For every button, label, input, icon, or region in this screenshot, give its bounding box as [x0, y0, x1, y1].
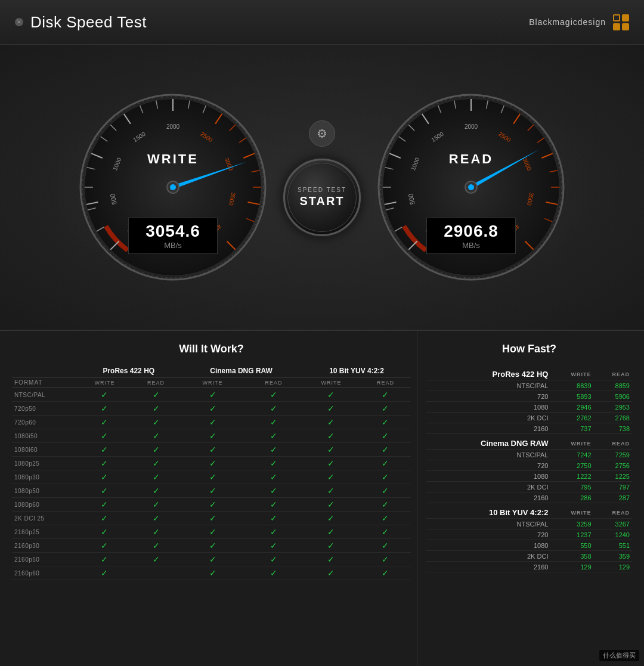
hf-write-header: WRITE [550, 365, 593, 380]
check-icon: ✓ [209, 472, 216, 482]
check-cell: ✓ [245, 484, 302, 498]
hf-read-val: 2756 [594, 460, 632, 471]
read-gauge-svg: 0 500 1000 1500 2000 2500 3000 3500 4000… [376, 92, 566, 283]
how-fast-title: How Fast? [426, 343, 632, 355]
hf-read-val: 1240 [594, 529, 632, 540]
hf-group-title-row: 10 Bit YUV 4:2:2 WRITE READ [426, 503, 632, 519]
format-cell: 1080p25 [12, 457, 78, 470]
check-cell: ✓ [78, 388, 132, 402]
check-icon: ✓ [101, 472, 108, 482]
hf-write-val: 737 [550, 423, 593, 434]
check-icon: ✓ [101, 527, 108, 537]
check-cell: ✓ [302, 402, 360, 416]
check-icon: ✓ [209, 431, 216, 441]
hf-data-row: NTSC/PAL 3259 3267 [426, 519, 632, 529]
svg-text:WRITE: WRITE [147, 151, 199, 166]
check-cell: ✓ [302, 539, 360, 553]
check-icon: ✓ [153, 500, 160, 509]
table-row: NTSC/PAL✓✓✓✓✓✓ [12, 388, 411, 402]
check-icon: ✓ [382, 472, 389, 482]
check-icon: ✓ [327, 555, 335, 564]
format-cell: 1080p60 [12, 498, 78, 512]
check-cell: ✓ [132, 553, 180, 566]
wiw-w2: WRITE [180, 377, 245, 388]
check-icon: ✓ [209, 568, 216, 578]
hf-read-val: 359 [594, 551, 632, 562]
check-icon: ✓ [327, 472, 335, 482]
check-cell: ✓ [302, 498, 360, 512]
check-cell: ✓ [245, 539, 302, 553]
hf-row-label: 1080 [426, 540, 550, 551]
hf-row-label: 2K DCI [426, 413, 550, 423]
table-row: 1080p30✓✓✓✓✓✓ [12, 470, 411, 484]
check-cell: ✓ [78, 525, 132, 539]
how-fast-table: ProRes 422 HQ WRITE READ NTSC/PAL 8839 8… [426, 365, 632, 572]
hf-read-header: READ [594, 503, 632, 519]
check-cell: ✓ [302, 470, 360, 484]
hf-data-row: 2K DCI 795 797 [426, 482, 632, 492]
hf-read-val: 797 [594, 482, 632, 492]
check-cell: ✓ [302, 512, 360, 525]
hf-read-header: READ [594, 434, 632, 450]
check-icon: ✓ [153, 472, 160, 482]
check-cell: ✓ [245, 402, 302, 416]
table-row: 1080i60✓✓✓✓✓✓ [12, 443, 411, 457]
check-cell: ✓ [245, 457, 302, 470]
hf-read-val: 129 [594, 562, 632, 572]
table-row: 2160p60✓✓✓✓✓ [12, 566, 411, 580]
check-cell: ✓ [180, 443, 245, 457]
read-unit: MB/s [438, 241, 504, 250]
hf-group-title-row: ProRes 422 HQ WRITE READ [426, 365, 632, 380]
start-button[interactable]: SPEED TEST START [283, 159, 361, 236]
check-icon: ✓ [209, 500, 216, 509]
hf-write-header: WRITE [550, 434, 593, 450]
check-cell: ✓ [132, 416, 180, 429]
check-cell: ✓ [78, 539, 132, 553]
check-cell: ✓ [360, 525, 411, 539]
wiw-group-header-row: ProRes 422 HQ Cinema DNG RAW 10 Bit YUV … [12, 365, 411, 377]
hf-row-label: 2160 [426, 562, 550, 572]
check-icon: ✓ [382, 486, 389, 495]
brand-sq-2 [622, 14, 629, 21]
hf-group-title-row: Cinema DNG RAW WRITE READ [426, 434, 632, 450]
wiw-w1: WRITE [78, 377, 132, 388]
format-cell: 2K DCI 25 [12, 512, 78, 525]
hf-data-row: 1080 550 551 [426, 540, 632, 551]
check-cell: ✓ [180, 498, 245, 512]
check-icon: ✓ [270, 541, 277, 550]
title-bar-left: ✕ Disk Speed Test [15, 13, 147, 32]
hf-read-val: 2768 [594, 413, 632, 423]
check-icon: ✓ [209, 445, 216, 454]
hf-read-val: 3267 [594, 519, 632, 529]
hf-row-label: 2K DCI [426, 482, 550, 492]
check-cell: ✓ [132, 402, 180, 416]
hf-write-val: 795 [550, 482, 593, 492]
check-icon: ✓ [209, 555, 216, 564]
check-cell: ✓ [180, 566, 245, 580]
check-cell: ✓ [302, 443, 360, 457]
check-cell: ✓ [360, 498, 411, 512]
check-cell: ✓ [132, 429, 180, 443]
check-icon: ✓ [101, 390, 108, 399]
check-icon: ✓ [382, 404, 389, 413]
check-icon: ✓ [270, 513, 277, 523]
table-row: 2160p50✓✓✓✓✓✓ [12, 553, 411, 566]
format-cell: NTSC/PAL [12, 388, 78, 402]
check-cell: ✓ [360, 539, 411, 553]
check-cell: ✓ [78, 498, 132, 512]
hf-read-val: 738 [594, 423, 632, 434]
close-button[interactable]: ✕ [15, 18, 23, 26]
check-icon: ✓ [153, 527, 160, 537]
hf-data-row: 2160 286 287 [426, 492, 632, 503]
format-cell: 2160p25 [12, 525, 78, 539]
settings-button[interactable]: ⚙ [309, 120, 335, 147]
brand-icon [613, 14, 629, 30]
start-label: START [299, 194, 344, 208]
write-gauge-svg: 0 500 1000 1500 2000 2500 3000 3500 4000… [78, 92, 268, 283]
check-icon: ✓ [153, 417, 160, 427]
format-cell: 720p50 [12, 402, 78, 416]
brand-sq-3 [613, 23, 620, 30]
check-cell: ✓ [360, 388, 411, 402]
hf-read-val: 287 [594, 492, 632, 503]
format-cell: 720p60 [12, 416, 78, 429]
